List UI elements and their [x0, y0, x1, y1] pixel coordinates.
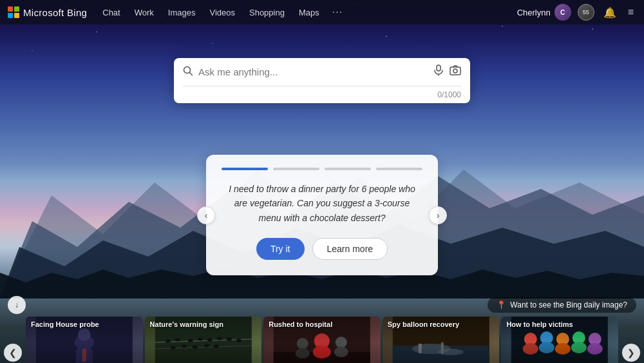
voice-search-icon[interactable]	[433, 64, 444, 79]
svg-rect-8	[450, 67, 460, 75]
card-label-1: Facing House probe	[31, 320, 99, 328]
svg-rect-6	[437, 65, 440, 71]
location-icon: 📍	[497, 300, 506, 309]
nav-videos[interactable]: Videos	[203, 5, 242, 20]
daily-badge-label: Want to see the Bing daily image?	[510, 300, 627, 309]
nav-maps[interactable]: Maps	[292, 5, 326, 20]
progress-dots	[222, 168, 422, 170]
news-card-hospital[interactable]: Rushed to hospital	[263, 317, 381, 363]
prompt-actions: Try it Learn more	[222, 238, 422, 260]
card-label-4: Spy balloon recovery	[388, 320, 459, 328]
username: Cherlynn	[517, 8, 551, 17]
bing-daily-badge[interactable]: 📍 Want to see the Bing daily image?	[488, 297, 636, 313]
reward-points: 55	[583, 9, 589, 15]
search-input-row	[174, 58, 470, 86]
nav-chat[interactable]: Chat	[96, 5, 126, 20]
news-next-arrow[interactable]: ❯	[622, 344, 640, 362]
learn-more-button[interactable]: Learn more	[312, 238, 388, 260]
search-container: 0/1000	[174, 58, 470, 103]
search-box: 0/1000	[174, 58, 470, 103]
svg-line-5	[190, 72, 193, 75]
user-profile[interactable]: Cherlynn C	[517, 4, 571, 21]
menu-icon[interactable]: ≡	[625, 5, 636, 19]
nav-work[interactable]: Work	[128, 5, 160, 20]
logo-yellow	[14, 13, 19, 18]
news-prev-arrow[interactable]: ❮	[4, 344, 22, 362]
char-count: 0/1000	[437, 90, 461, 99]
news-card-balloon[interactable]: Spy balloon recovery	[383, 317, 500, 363]
try-it-button[interactable]: Try it	[256, 238, 305, 260]
prompt-text: I need to throw a dinner party for 6 peo…	[222, 182, 422, 225]
progress-dot-2	[273, 168, 319, 170]
logo[interactable]: Microsoft Microsoft BingBing	[8, 6, 87, 18]
nav-right: Cherlynn C 55 🔔 ≡	[517, 4, 636, 21]
search-footer: 0/1000	[174, 86, 470, 103]
notifications-icon[interactable]: 🔔	[601, 5, 619, 20]
news-card-nature[interactable]: Nature's warning sign	[145, 317, 262, 363]
prompt-next-button[interactable]: ›	[429, 206, 447, 224]
reward-badge[interactable]: 55	[578, 4, 594, 21]
progress-dot-3	[325, 168, 371, 170]
prompt-card: ‹ › I need to throw a dinner party for 6…	[206, 155, 438, 275]
progress-dot-1	[222, 168, 268, 170]
search-input[interactable]	[198, 66, 428, 77]
nav-more[interactable]: ···	[327, 4, 348, 21]
logo-red	[8, 6, 13, 12]
logo-green	[14, 6, 19, 12]
prompt-prev-button[interactable]: ‹	[197, 206, 215, 224]
avatar: C	[554, 4, 571, 21]
news-cards-wrapper: ❮ Facing House probe	[0, 317, 644, 363]
logo-blue	[8, 13, 13, 18]
news-cards: Facing House probe	[0, 317, 644, 363]
brand-name: Microsoft Microsoft BingBing	[23, 7, 87, 18]
news-card-help[interactable]: How to help victims	[501, 317, 618, 363]
card-label-2: Nature's warning sign	[150, 320, 223, 328]
nav-links: Chat Work Images Videos Shopping Maps ··…	[96, 4, 514, 21]
card-label-3: Rushed to hospital	[269, 320, 332, 328]
scroll-down-button[interactable]: ↓	[8, 296, 26, 314]
news-strip: ↓ 📍 Want to see the Bing daily image? ❮	[0, 292, 644, 363]
image-search-icon[interactable]	[450, 64, 461, 79]
navbar: Microsoft Microsoft BingBing Chat Work I…	[0, 0, 644, 25]
nav-shopping[interactable]: Shopping	[243, 5, 291, 20]
svg-point-9	[453, 69, 457, 73]
card-label-5: How to help victims	[506, 320, 573, 328]
progress-dot-4	[376, 168, 422, 170]
news-header-row: ↓ 📍 Want to see the Bing daily image?	[0, 292, 644, 317]
search-icon	[183, 66, 193, 79]
nav-images[interactable]: Images	[162, 5, 202, 20]
ms-logo-grid	[8, 6, 19, 18]
news-card-house-probe[interactable]: Facing House probe	[26, 317, 143, 363]
